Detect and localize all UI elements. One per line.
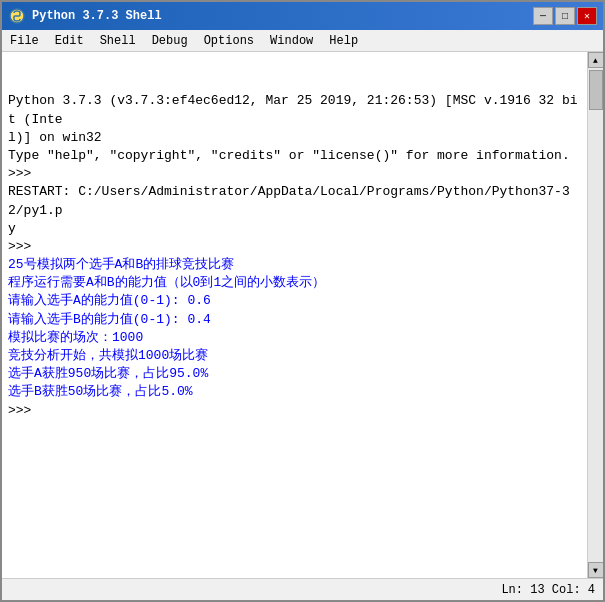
shell-line: 请输入选手A的能力值(0-1): 0.6	[8, 292, 581, 310]
title-bar: Python 3.7.3 Shell ─ □ ✕	[2, 2, 603, 30]
shell-area: Python 3.7.3 (v3.7.3:ef4ec6ed12, Mar 25 …	[2, 52, 603, 578]
menu-debug[interactable]: Debug	[144, 30, 196, 51]
app-icon	[8, 7, 26, 25]
scroll-thumb-area	[588, 68, 603, 562]
scrollbar[interactable]: ▲ ▼	[587, 52, 603, 578]
shell-line: 竞技分析开始，共模拟1000场比赛	[8, 347, 581, 365]
shell-output[interactable]: Python 3.7.3 (v3.7.3:ef4ec6ed12, Mar 25 …	[2, 52, 587, 578]
menu-shell[interactable]: Shell	[92, 30, 144, 51]
shell-line: 25号模拟两个选手A和B的排球竞技比赛	[8, 256, 581, 274]
shell-line: l)] on win32	[8, 129, 581, 147]
scroll-down-arrow[interactable]: ▼	[588, 562, 604, 578]
menu-options[interactable]: Options	[196, 30, 262, 51]
menu-edit[interactable]: Edit	[47, 30, 92, 51]
shell-line: y	[8, 220, 581, 238]
python-shell-window: Python 3.7.3 Shell ─ □ ✕ File Edit Shell…	[0, 0, 605, 602]
close-button[interactable]: ✕	[577, 7, 597, 25]
menu-bar: File Edit Shell Debug Options Window Hel…	[2, 30, 603, 52]
title-text: Python 3.7.3 Shell	[32, 9, 533, 23]
shell-line: >>>	[8, 402, 581, 420]
status-text: Ln: 13 Col: 4	[501, 583, 595, 597]
minimize-button[interactable]: ─	[533, 7, 553, 25]
menu-file[interactable]: File	[2, 30, 47, 51]
maximize-button[interactable]: □	[555, 7, 575, 25]
shell-line: >>>	[8, 165, 581, 183]
shell-line: RESTART: C:/Users/Administrator/AppData/…	[8, 183, 581, 219]
shell-line: Type "help", "copyright", "credits" or "…	[8, 147, 581, 165]
shell-line: 程序运行需要A和B的能力值（以0到1之间的小数表示）	[8, 274, 581, 292]
shell-line: 模拟比赛的场次：1000	[8, 329, 581, 347]
scroll-thumb[interactable]	[589, 70, 603, 110]
menu-help[interactable]: Help	[321, 30, 366, 51]
scroll-up-arrow[interactable]: ▲	[588, 52, 604, 68]
shell-line: Python 3.7.3 (v3.7.3:ef4ec6ed12, Mar 25 …	[8, 92, 581, 128]
status-bar: Ln: 13 Col: 4	[2, 578, 603, 600]
window-controls: ─ □ ✕	[533, 7, 597, 25]
menu-window[interactable]: Window	[262, 30, 321, 51]
shell-line: 选手B获胜50场比赛，占比5.0%	[8, 383, 581, 401]
shell-line: >>>	[8, 238, 581, 256]
shell-line: 请输入选手B的能力值(0-1): 0.4	[8, 311, 581, 329]
shell-line: 选手A获胜950场比赛，占比95.0%	[8, 365, 581, 383]
